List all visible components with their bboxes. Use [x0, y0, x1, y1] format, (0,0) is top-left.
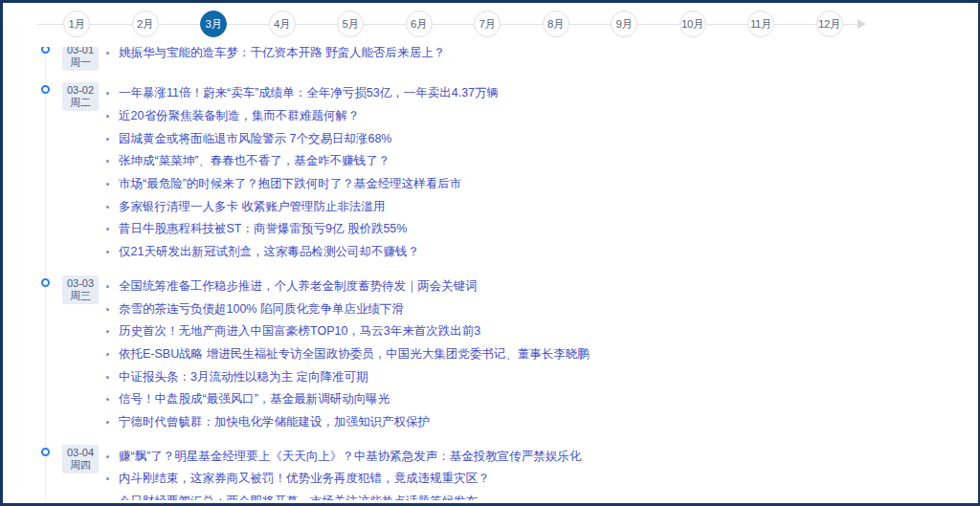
news-headline-link[interactable]: 今日财经要闻汇总：两会即将开幕，市场关注这些热点话题等候发布 [119, 494, 478, 500]
month-connector-line [774, 24, 816, 25]
month-connector-line [706, 24, 748, 25]
news-item: 仅21天研发出新冠试剂盒，这家毒品检测公司却不赚钱？ [106, 241, 976, 264]
month-tab-6[interactable]: 6月 [406, 11, 433, 37]
news-item: 市场“最危险”的时候来了？抱团下跌何时了？基金经理这样看后市 [106, 173, 976, 196]
bullet-icon [106, 308, 109, 311]
news-item-list: 一年暴涨11倍！蔚来“卖车”成绩单：全年净亏损53亿，一年卖出4.37万辆近20… [3, 82, 976, 264]
timeline-day-group-03-04: 03-04周四赚“飘”了？明星基金经理要上《天天向上》？中基协紧急发声：基金投教… [3, 445, 976, 500]
bullet-icon [106, 138, 109, 141]
news-item-list: 赚“飘”了？明星基金经理要上《天天向上》？中基协紧急发声：基金投教宣传严禁娱乐化… [3, 445, 976, 500]
news-item: 张坤成“菜菜坤”、春春也不香了，基金咋不赚钱了？ [106, 150, 976, 173]
news-item: 中证报头条：3月流动性以稳为主 定向降准可期 [106, 365, 976, 388]
news-item: 奈雪的茶连亏负债超100% 陷同质化竞争单店业绩下滑 [106, 297, 976, 320]
month-tab-12[interactable]: 12月 [816, 11, 843, 37]
news-headline-link[interactable]: 内斗刚结束，这家券商又被罚！优势业务再度犯错，竟成违规重灾区？ [119, 471, 490, 487]
month-tab-5[interactable]: 5月 [337, 11, 364, 37]
news-item-list: 姚振华与宝能的造车梦：千亿资本开路 野蛮人能否后来居上？ [3, 47, 976, 65]
news-headline-link[interactable]: 市场“最危险”的时候来了？抱团下跌何时了？基金经理这样看后市 [119, 176, 461, 192]
month-tab-4[interactable]: 4月 [269, 11, 296, 37]
month-tab-10[interactable]: 10月 [679, 11, 706, 37]
month-tab-8[interactable]: 8月 [543, 11, 569, 37]
news-headline-link[interactable]: 昔日牛股惠程科技被ST：商誉爆雷预亏9亿 股价跌55% [119, 221, 407, 237]
news-item: 多家银行清理一人多卡 收紧账户管理防止非法滥用 [106, 195, 976, 218]
weekday-label: 周一 [62, 56, 99, 69]
news-headline-link[interactable]: 仅21天研发出新冠试剂盒，这家毒品检测公司却不赚钱？ [119, 244, 419, 260]
date-badge: 03-04周四 [62, 445, 99, 473]
news-headline-link[interactable]: 园城黄金或将面临退市风险警示 7个交易日却涨68% [119, 131, 391, 147]
date-badge: 03-02周二 [62, 82, 99, 111]
news-headline-link[interactable]: 张坤成“菜菜坤”、春春也不香了，基金咋不赚钱了？ [119, 153, 390, 169]
screenshot-frame: 1月2月3月4月5月6月7月8月9月10月11月12月 03-01周一姚振华与宝… [0, 0, 980, 506]
date-label: 03-02 [62, 84, 99, 97]
date-badge: 03-03周三 [62, 275, 99, 304]
news-headline-link[interactable]: 全国统筹准备工作稳步推进，个人养老金制度蓄势待发｜两会关键词 [119, 278, 478, 295]
news-item: 一年暴涨11倍！蔚来“卖车”成绩单：全年净亏损53亿，一年卖出4.37万辆 [106, 82, 976, 105]
bullet-icon [106, 115, 109, 118]
bullet-icon [106, 183, 109, 186]
bullet-icon [106, 160, 109, 163]
timeline-node-icon [41, 278, 50, 287]
month-connector-line [90, 24, 132, 25]
news-item: 信号！中盘股成“最强风口”，基金最新调研动向曝光 [106, 388, 976, 411]
month-tab-9[interactable]: 9月 [611, 11, 637, 37]
news-headline-link[interactable]: 姚振华与宝能的造车梦：千亿资本开路 野蛮人能否后来居上？ [119, 47, 445, 61]
bullet-icon [106, 455, 109, 458]
weekday-label: 周二 [62, 97, 99, 109]
month-connector-line [433, 24, 475, 25]
month-connector-line [159, 24, 201, 25]
month-connector-line [296, 24, 338, 25]
month-nav: 1月2月3月4月5月6月7月8月9月10月11月12月 [37, 11, 866, 37]
news-headline-link[interactable]: 奈雪的茶连亏负债超100% 陷同质化竞争单店业绩下滑 [119, 301, 404, 318]
news-headline-link[interactable]: 宁德时代曾毓群：加快电化学储能建设，加强知识产权保护 [119, 414, 430, 430]
bullet-icon [106, 398, 109, 401]
month-tab-11[interactable]: 11月 [747, 11, 774, 37]
news-timeline: 03-01周一姚振华与宝能的造车梦：千亿资本开路 野蛮人能否后来居上？03-02… [3, 47, 976, 500]
news-item: 依托E-SBU战略 增进民生福祉专访全国政协委员，中国光大集团党委书记、董事长李… [106, 343, 976, 366]
date-badge: 03-01周一 [62, 47, 99, 71]
bullet-icon [106, 421, 109, 424]
news-item: 园城黄金或将面临退市风险警示 7个交易日却涨68% [106, 127, 976, 150]
timeline-node-icon [41, 85, 50, 94]
date-label: 03-03 [62, 277, 99, 290]
timeline-day-group-03-01: 03-01周一姚振华与宝能的造车梦：千亿资本开路 野蛮人能否后来居上？ [3, 47, 976, 71]
news-headline-link[interactable]: 一年暴涨11倍！蔚来“卖车”成绩单：全年净亏损53亿，一年卖出4.37万辆 [119, 85, 499, 101]
news-item-list: 全国统筹准备工作稳步推进，个人养老金制度蓄势待发｜两会关键词奈雪的茶连亏负债超1… [3, 275, 976, 434]
news-headline-link[interactable]: 历史首次！无地产商进入中国富豪榜TOP10，马云3年来首次跌出前3 [119, 323, 480, 340]
month-tab-3[interactable]: 3月 [200, 11, 227, 37]
news-item: 全国统筹准备工作稳步推进，个人养老金制度蓄势待发｜两会关键词 [106, 275, 976, 298]
month-tab-2[interactable]: 2月 [132, 11, 159, 37]
bullet-icon [106, 330, 109, 333]
news-item: 近20省份聚焦装备制造，集而不群难题何解？ [106, 105, 976, 128]
news-headline-link[interactable]: 多家银行清理一人多卡 收紧账户管理防止非法滥用 [119, 199, 385, 215]
news-headline-link[interactable]: 赚“飘”了？明星基金经理要上《天天向上》？中基协紧急发声：基金投教宣传严禁娱乐化 [119, 449, 581, 465]
date-label: 03-01 [62, 47, 99, 56]
news-item: 赚“飘”了？明星基金经理要上《天天向上》？中基协紧急发声：基金投教宣传严禁娱乐化 [106, 445, 976, 468]
month-tab-1[interactable]: 1月 [63, 11, 90, 37]
news-item: 昔日牛股惠程科技被ST：商誉爆雷预亏9亿 股价跌55% [106, 218, 976, 241]
news-headline-link[interactable]: 近20省份聚焦装备制造，集而不群难题何解？ [119, 108, 359, 124]
bullet-icon [106, 477, 109, 480]
month-connector-line [637, 24, 679, 25]
bullet-icon [106, 251, 109, 253]
month-connector-line [37, 24, 63, 25]
news-headline-link[interactable]: 中证报头条：3月流动性以稳为主 定向降准可期 [119, 369, 368, 385]
bullet-icon [106, 52, 109, 55]
weekday-label: 周三 [62, 290, 99, 302]
bullet-icon [106, 206, 109, 209]
month-tab-7[interactable]: 7月 [474, 11, 501, 37]
month-connector-line [569, 24, 612, 25]
news-item: 宁德时代曾毓群：加快电化学储能建设，加强知识产权保护 [106, 411, 976, 434]
timeline-day-group-03-02: 03-02周二一年暴涨11倍！蔚来“卖车”成绩单：全年净亏损53亿，一年卖出4.… [3, 82, 976, 264]
weekday-label: 周四 [62, 459, 99, 472]
news-item: 姚振华与宝能的造车梦：千亿资本开路 野蛮人能否后来居上？ [106, 47, 976, 65]
news-item: 内斗刚结束，这家券商又被罚！优势业务再度犯错，竟成违规重灾区？ [106, 468, 976, 491]
timeline-day-group-03-03: 03-03周三全国统筹准备工作稳步推进，个人养老金制度蓄势待发｜两会关键词奈雪的… [3, 275, 976, 434]
bullet-icon [106, 285, 109, 288]
bullet-icon [106, 228, 109, 231]
news-headline-link[interactable]: 依托E-SBU战略 增进民生福祉专访全国政协委员，中国光大集团党委书记、董事长李… [119, 346, 590, 363]
next-arrow-icon [858, 19, 866, 29]
timeline-groups: 03-01周一姚振华与宝能的造车梦：千亿资本开路 野蛮人能否后来居上？03-02… [3, 47, 976, 500]
date-label: 03-04 [62, 447, 99, 459]
bullet-icon [106, 92, 109, 95]
news-headline-link[interactable]: 信号！中盘股成“最强风口”，基金最新调研动向曝光 [119, 391, 390, 407]
